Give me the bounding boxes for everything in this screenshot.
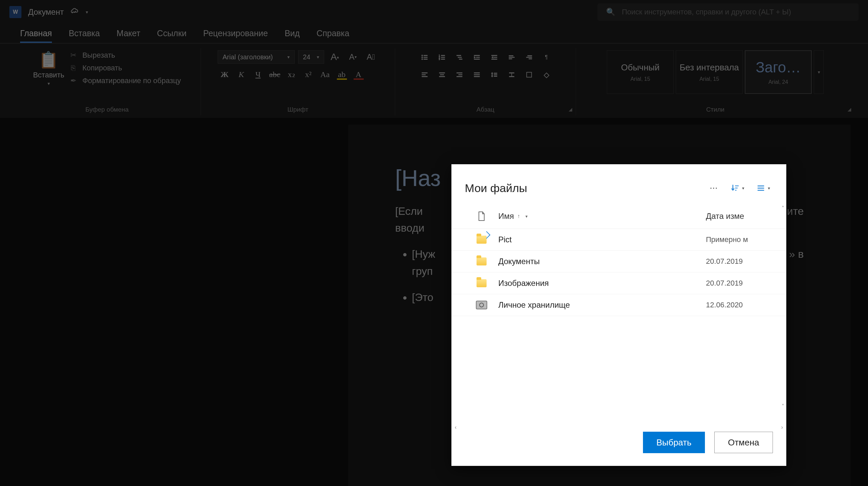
svg-rect-51	[757, 188, 764, 189]
sort-asc-icon: ↑	[517, 213, 520, 219]
file-name: Изображения	[492, 279, 706, 288]
dialog-more-button[interactable]: ⋯	[706, 180, 721, 196]
file-row[interactable]: Pict Примерно м	[452, 229, 786, 251]
horizontal-scrollbar[interactable]: ‹ ›	[452, 411, 786, 422]
scroll-left-icon[interactable]: ‹	[455, 424, 457, 430]
file-row[interactable]: Документы 20.07.2019	[452, 251, 786, 273]
file-name: Pict	[492, 235, 706, 244]
sort-icon	[731, 184, 739, 192]
file-type-column-icon[interactable]	[471, 211, 492, 221]
view-button[interactable]: ▾	[754, 184, 773, 192]
sort-button[interactable]: ▾	[728, 184, 747, 192]
file-name: Личное хранилище	[492, 300, 706, 310]
svg-rect-52	[757, 190, 764, 191]
dialog-header: Мои файлы ⋯ ▾ ▾	[452, 164, 786, 204]
vault-icon	[471, 301, 492, 309]
scroll-up-icon[interactable]: ˄	[782, 205, 784, 211]
chevron-down-icon: ▾	[768, 186, 770, 191]
chevron-down-icon: ▾	[742, 186, 744, 191]
view-icon	[756, 184, 765, 192]
folder-icon	[471, 257, 492, 265]
file-row[interactable]: Изображения 20.07.2019	[452, 273, 786, 294]
name-column-header[interactable]: Имя ↑ ▾	[492, 211, 706, 221]
file-date: 20.07.2019	[706, 257, 766, 266]
scroll-down-icon[interactable]: ˅	[782, 403, 784, 409]
scroll-right-icon[interactable]: ›	[781, 424, 783, 430]
file-date: 20.07.2019	[706, 279, 766, 288]
name-column-label: Имя	[498, 211, 514, 221]
file-name: Документы	[492, 257, 706, 266]
svg-rect-48	[735, 188, 738, 189]
select-button[interactable]: Выбрать	[643, 432, 705, 453]
svg-rect-47	[735, 185, 739, 186]
file-date: 12.06.2020	[706, 301, 766, 309]
dialog-title: Мои файлы	[465, 182, 699, 195]
file-picker-dialog: Мои файлы ⋯ ▾ ▾ ˄ Имя ↑ ▾ Дата изме Pict	[452, 164, 786, 466]
file-date: Примерно м	[706, 235, 766, 244]
svg-rect-50	[757, 185, 764, 187]
date-column-header[interactable]: Дата изме	[706, 211, 766, 221]
column-headers: Имя ↑ ▾ Дата изме	[452, 204, 786, 229]
cancel-button[interactable]: Отмена	[714, 432, 773, 453]
file-list: ˄ Имя ↑ ▾ Дата изме Pict Примерно м Доку…	[452, 204, 786, 411]
svg-rect-49	[735, 190, 736, 190]
chevron-down-icon: ▾	[525, 214, 528, 219]
file-row[interactable]: Личное хранилище 12.06.2020	[452, 294, 786, 316]
folder-icon	[471, 236, 492, 244]
dialog-footer: Выбрать Отмена	[452, 422, 786, 466]
folder-icon	[471, 279, 492, 287]
